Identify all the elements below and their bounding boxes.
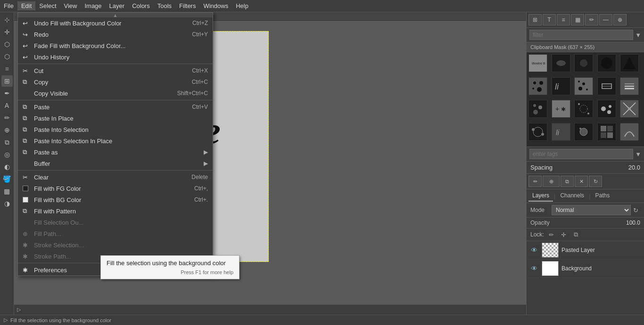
menu-windows[interactable]: Windows — [199, 1, 232, 10]
status-arrow: ▷ — [4, 317, 8, 323]
brush-action-del[interactable]: ✕ — [575, 176, 588, 187]
layer-lock-row: Lock: ✏ ✛ ⧉ — [527, 228, 644, 241]
menu-image[interactable]: Image — [81, 1, 105, 10]
layer-visible-background[interactable]: 👁 — [529, 265, 539, 272]
menu-select[interactable]: Select — [35, 1, 60, 10]
brush-item-16[interactable] — [528, 123, 547, 141]
menu-layer[interactable]: Layer — [106, 1, 129, 10]
tool-move[interactable]: ✛ — [1, 26, 13, 38]
brush-action-edit[interactable]: ✏ — [528, 176, 542, 187]
brush-item-11[interactable] — [528, 100, 547, 118]
brush-item-5[interactable] — [620, 54, 639, 72]
brush-item-17[interactable]: li — [552, 123, 570, 141]
tool-dodge[interactable]: ◐ — [1, 161, 13, 172]
menu-help[interactable]: Help — [232, 1, 252, 10]
brush-item-20[interactable] — [620, 123, 639, 141]
tab-paths[interactable]: Paths — [592, 190, 614, 202]
menu-fill-bg[interactable]: Fill with BG Color Ctrl+. — [18, 194, 213, 205]
svg-point-13 — [586, 89, 588, 90]
layer-row-pasted[interactable]: 👁 Pasted Layer — [527, 241, 644, 260]
menu-clear[interactable]: ✂ Clear Delete — [18, 171, 213, 183]
menu-undo-fill[interactable]: ↩ Undo Fill with Background Color Ctrl+Z — [18, 17, 213, 29]
menu-view[interactable]: View — [60, 1, 81, 10]
layer-mode-refresh-btn[interactable]: ↻ — [631, 207, 640, 214]
tool-fuzzy[interactable]: ⬡ — [1, 51, 13, 62]
icon-btn-2[interactable]: T — [543, 14, 556, 25]
tool-transforms[interactable]: ⊞ — [1, 75, 13, 87]
layer-row-background[interactable]: 👁 Background — [527, 260, 644, 278]
svg-rect-41 — [601, 132, 606, 138]
lock-alpha-btn[interactable]: ⧉ — [571, 230, 581, 239]
brush-item-3[interactable] — [574, 54, 593, 72]
menu-fade-fill[interactable]: ↩ Fade Fill with Background Color... — [18, 40, 213, 51]
tool-gradient[interactable]: ▦ — [1, 186, 13, 197]
tool-paint[interactable]: ✏ — [1, 112, 13, 123]
icon-btn-1[interactable]: ⊞ — [528, 14, 542, 25]
brush-item-12[interactable]: + ✱ — [552, 100, 570, 118]
tags-input[interactable] — [529, 149, 633, 159]
brush-item-8[interactable] — [574, 77, 593, 95]
menu-paste-into-selection[interactable]: ⧉ Paste Into Selection — [18, 124, 213, 135]
brush-action-dup[interactable]: ⧉ — [561, 176, 574, 187]
icon-btn-3[interactable]: ≡ — [557, 14, 570, 25]
icon-btn-5[interactable]: ✏ — [585, 14, 598, 25]
tab-channels[interactable]: Channels — [556, 190, 588, 202]
brush-item-14[interactable] — [597, 100, 616, 118]
icon-btn-4[interactable]: ▦ — [571, 14, 584, 25]
layer-name-pasted: Pasted Layer — [561, 247, 595, 253]
brush-item-9[interactable] — [597, 77, 616, 95]
tool-crop[interactable]: ⌗ — [1, 63, 13, 74]
brush-item-4[interactable] — [597, 54, 616, 72]
brush-item-2[interactable] — [552, 54, 570, 72]
tool-heal[interactable]: ⊕ — [1, 124, 13, 136]
tool-bucket[interactable]: 🪣 — [1, 173, 13, 185]
layer-mode-select[interactable]: Normal — [552, 205, 631, 215]
tool-select[interactable]: ⊹ — [1, 14, 13, 25]
menu-buffer[interactable]: Buffer ▶ — [18, 158, 213, 169]
brush-action-refresh[interactable]: ↻ — [589, 176, 602, 187]
left-toolbar: ⊹ ✛ ⬡ ⬡ ⌗ ⊞ ✒ A ✏ ⊕ ⧉ ◎ ◐ 🪣 ▦ ◑ Edit — [0, 12, 14, 315]
menu-paste-as[interactable]: ⧉ Paste as ▶ — [18, 146, 213, 158]
menu-paste[interactable]: ⧉ Paste Ctrl+V — [18, 101, 213, 113]
filter-input[interactable] — [529, 30, 633, 40]
menu-filters[interactable]: Filters — [175, 1, 199, 10]
tool-paths[interactable]: ✒ — [1, 88, 13, 99]
tool-lasso[interactable]: ⬡ — [1, 39, 13, 50]
brush-item-18[interactable] — [574, 123, 593, 141]
brush-item-10[interactable] — [620, 77, 639, 95]
lock-pos-btn[interactable]: ✛ — [559, 230, 569, 239]
tool-color[interactable]: ◑ — [1, 198, 13, 209]
menu-undo-history[interactable]: ↩ Undo History — [18, 51, 213, 63]
lock-pen-btn[interactable]: ✏ — [547, 230, 556, 239]
layer-visible-pasted[interactable]: 👁 — [529, 246, 539, 254]
brush-item-7[interactable]: li — [552, 77, 570, 95]
layer-mode-label: Mode — [530, 207, 552, 213]
menu-paste-in-place[interactable]: ⧉ Paste In Place — [18, 113, 213, 124]
tool-clone[interactable]: ⧉ — [1, 137, 13, 148]
brush-item-19[interactable] — [597, 123, 616, 141]
menu-colors[interactable]: Colors — [128, 1, 154, 10]
svg-point-21 — [533, 110, 538, 114]
tool-text[interactable]: A — [1, 100, 13, 111]
menu-edit[interactable]: Edit — [17, 1, 35, 10]
menu-file[interactable]: File — [0, 1, 17, 10]
tab-layers[interactable]: Layers — [528, 190, 553, 202]
menu-redo[interactable]: ↪ Redo Ctrl+Y — [18, 29, 213, 40]
menu-fill-fg[interactable]: Fill with FG Color Ctrl+, — [18, 183, 213, 194]
menu-paste-into-selection-in-place[interactable]: ⧉ Paste Into Selection In Place — [18, 135, 213, 146]
menu-fill-pattern[interactable]: ⧉ Fill with Pattern — [18, 205, 213, 217]
brush-item-15[interactable] — [620, 100, 639, 118]
menu-copy-visible[interactable]: Copy Visible Shift+Ctrl+C — [18, 88, 213, 99]
menu-cut[interactable]: ✂ Cut Ctrl+X — [18, 65, 213, 76]
icon-btn-7[interactable]: ⊕ — [613, 14, 627, 25]
tool-blur[interactable]: ◎ — [1, 149, 13, 160]
status-text: Fill the selection using the background … — [10, 317, 111, 323]
icon-btn-6[interactable]: — — [599, 14, 612, 25]
tags-row: ▼ — [527, 146, 644, 162]
menu-copy[interactable]: ⧉ Copy Ctrl+C — [18, 76, 213, 88]
brush-item-1[interactable]: lifewire lifewire — [528, 54, 547, 72]
menu-tools[interactable]: Tools — [154, 1, 175, 10]
brush-item-13[interactable] — [574, 100, 593, 118]
brush-item-6[interactable] — [528, 77, 547, 95]
brush-action-new[interactable]: ⊕ — [543, 176, 560, 187]
